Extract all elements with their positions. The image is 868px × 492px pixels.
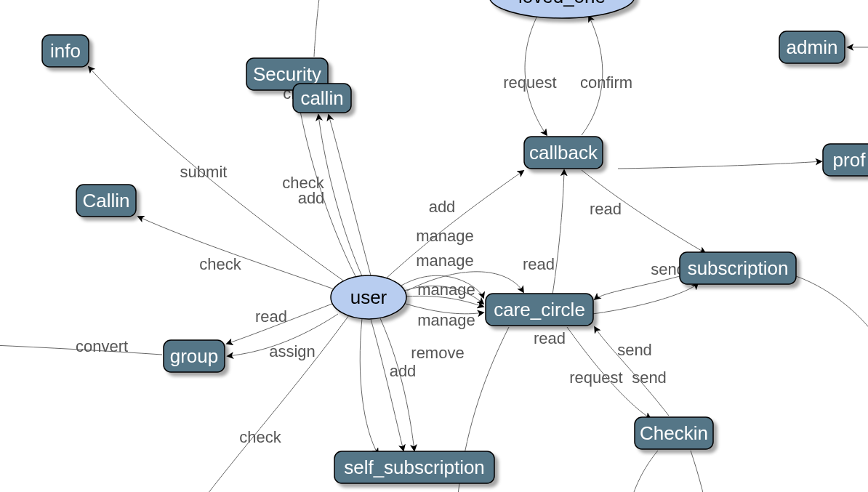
edge-cc-send	[592, 283, 698, 314]
edge-label-submit: submit	[180, 163, 228, 181]
node-subscription-label: subscription	[688, 257, 789, 279]
edge-label-request-lo: request	[503, 73, 556, 92]
node-self-subscription[interactable]: self_subscription	[334, 451, 494, 483]
node-info[interactable]: info	[42, 35, 89, 67]
edge-user-ss-remove	[380, 318, 414, 451]
node-callin[interactable]: Callin	[76, 185, 136, 217]
edge-label-add-callin2: add	[298, 189, 325, 207]
edge-label-request-cc: request	[569, 368, 622, 387]
node-care-circle[interactable]: care_circle	[486, 294, 593, 326]
edge-label-read-cc: read	[523, 255, 555, 273]
node-profile[interactable]: prof	[823, 144, 868, 176]
edge-user-ss-add	[371, 319, 403, 451]
edge-stray-top	[314, 0, 320, 57]
edge-label-check-callin: check	[199, 255, 241, 273]
edge-label-assign-group: assign	[269, 342, 316, 360]
edge-label-convert: convert	[76, 337, 128, 355]
edge-sub-offscreen	[796, 276, 868, 342]
edge-cc-callback	[552, 170, 564, 294]
edge-label-confirm: confirm	[580, 73, 632, 92]
node-callback[interactable]: callback	[524, 137, 603, 169]
edge-user-callin2-add	[329, 115, 371, 275]
edge-label-m3: manage	[417, 281, 475, 299]
graph-canvas: submit check check check add add read as…	[0, 0, 868, 492]
edge-checkin-off1	[629, 451, 658, 492]
node-security-label: Security	[253, 63, 321, 85]
node-user[interactable]: user	[331, 275, 406, 319]
edge-label-read-group: read	[255, 307, 287, 326]
node-info-label: info	[50, 40, 81, 62]
edge-label-add-ss: add	[390, 362, 417, 380]
node-callin-label: Callin	[82, 190, 129, 211]
edge-user-callin2-check	[318, 115, 362, 276]
node-user-label: user	[350, 286, 387, 308]
node-checkin[interactable]: Checkin	[635, 417, 713, 449]
edge-label-remove: remove	[411, 344, 464, 362]
node-admin-label: admin	[787, 36, 838, 58]
node-callin2-label: callin	[300, 87, 343, 109]
node-checkin-label: Checkin	[640, 422, 708, 444]
node-callin2[interactable]: callin	[293, 84, 351, 113]
node-group-label: group	[170, 345, 219, 367]
node-admin[interactable]: admin	[779, 31, 845, 63]
node-loved-one-label: loved_one	[518, 0, 606, 7]
node-subscription[interactable]: subscription	[680, 252, 796, 284]
edge-label-m4: manage	[417, 311, 475, 329]
edge-user-ss-create	[360, 318, 378, 454]
node-self-subscription-label: self_subscription	[344, 456, 485, 478]
edge-label-m2: manage	[416, 251, 474, 270]
node-group[interactable]: group	[164, 340, 225, 372]
edge-label-add-callback: add	[429, 198, 456, 216]
node-care-circle-label: care_circle	[494, 299, 585, 320]
edge-label-send-cc: send	[617, 341, 652, 359]
node-profile-label: prof	[833, 149, 867, 171]
edge-checkin-off2	[691, 451, 707, 492]
edge-sub-send	[595, 276, 680, 299]
edge-label-read-cb: read	[590, 200, 622, 218]
edge-label-m1: manage	[416, 227, 474, 245]
edge-label-check-bl: check	[239, 428, 281, 446]
edge-label-read-cc2: read	[534, 329, 566, 347]
node-callback-label: callback	[529, 142, 598, 164]
edge-profile-in	[618, 161, 821, 169]
node-loved-one[interactable]: loved_one	[489, 0, 635, 18]
